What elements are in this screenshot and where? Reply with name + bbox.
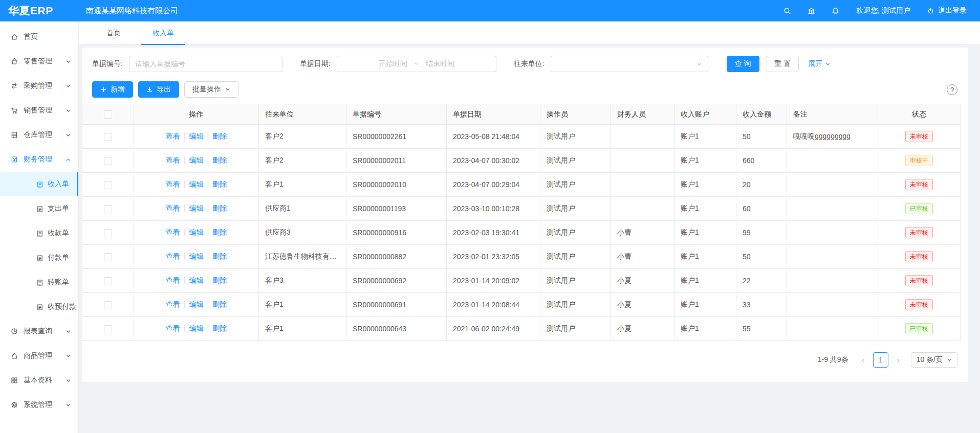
delete-link[interactable]: 删除 — [212, 324, 227, 332]
logout-button[interactable]: 退出登录 — [927, 6, 967, 15]
finance-staff-cell — [611, 125, 674, 149]
row-checkbox[interactable] — [104, 301, 112, 309]
sidebar-item-仓库管理[interactable]: 仓库管理 — [0, 123, 78, 147]
row-checkbox[interactable] — [104, 181, 112, 189]
bell-icon[interactable] — [831, 7, 840, 15]
add-button[interactable]: 新增 — [92, 81, 133, 98]
edit-link[interactable]: 编辑 — [189, 276, 204, 284]
sidebar-item-零售管理[interactable]: 零售管理 — [0, 49, 78, 74]
column-header-收入账户: 收入账户 — [674, 104, 736, 125]
remark-cell — [787, 293, 878, 317]
sidebar-item-转账单[interactable]: 转账单 — [0, 270, 78, 294]
status-badge: 未审核 — [905, 299, 933, 310]
expand-link[interactable]: 展开 — [808, 59, 831, 69]
view-link[interactable]: 查看 — [166, 252, 180, 260]
sidebar-item-系统管理[interactable]: 系统管理 — [0, 393, 78, 417]
export-button[interactable]: 导出 — [138, 81, 179, 98]
row-checkbox[interactable] — [104, 277, 112, 285]
row-checkbox[interactable] — [104, 205, 112, 213]
account-cell: 账户1 — [674, 149, 736, 173]
help-icon[interactable]: ? — [947, 84, 957, 95]
next-page-icon[interactable]: › — [890, 352, 906, 368]
sidebar-item-label: 财务管理 — [24, 155, 66, 164]
delete-link[interactable]: 删除 — [212, 252, 227, 260]
view-link[interactable]: 查看 — [166, 276, 180, 284]
row-checkbox[interactable] — [104, 253, 112, 261]
batch-actions-button[interactable]: 批量操作 — [184, 81, 238, 98]
delete-link[interactable]: 删除 — [212, 156, 227, 164]
bill-no-input[interactable] — [129, 56, 282, 72]
sidebar-item-财务管理[interactable]: 财务管理 — [0, 147, 78, 172]
operation-cell: 查看|编辑|删除 — [134, 293, 259, 317]
reset-button[interactable]: 重 置 — [767, 56, 799, 72]
bank-icon[interactable] — [807, 7, 816, 15]
sidebar-item-收预付款[interactable]: 收预付款 — [0, 294, 78, 319]
remark-cell — [787, 221, 878, 245]
delete-link[interactable]: 删除 — [212, 228, 227, 236]
main-content: 首页收入单 单据编号: 单据日期: 开始时间 ~ 结束时间 往来单位: 查 询 … — [79, 21, 980, 433]
organ-select[interactable] — [551, 56, 708, 72]
tab-首页[interactable]: 首页 — [100, 21, 127, 45]
chevron-down-icon — [943, 357, 952, 362]
sidebar-item-商品管理[interactable]: 商品管理 — [0, 344, 78, 368]
status-cell: 未审核 — [878, 125, 961, 149]
search-button[interactable]: 查 询 — [727, 56, 759, 72]
sidebar-item-销售管理[interactable]: 销售管理 — [0, 98, 78, 123]
bill-no-cell: SR00000001193 — [346, 197, 447, 221]
edit-link[interactable]: 编辑 — [189, 252, 204, 260]
sidebar-item-采购管理[interactable]: 采购管理 — [0, 74, 78, 98]
finance-staff-cell — [611, 149, 674, 173]
chevron-down-icon — [66, 402, 71, 408]
view-link[interactable]: 查看 — [166, 300, 180, 308]
edit-link[interactable]: 编辑 — [189, 324, 204, 332]
sidebar-item-支出单[interactable]: 支出单 — [0, 196, 78, 221]
status-cell: 已审核 — [878, 197, 961, 221]
view-link[interactable]: 查看 — [166, 180, 180, 188]
view-link[interactable]: 查看 — [166, 156, 180, 164]
view-link[interactable]: 查看 — [166, 132, 180, 140]
view-link[interactable]: 查看 — [166, 324, 180, 332]
page-number-button[interactable]: 1 — [873, 352, 888, 368]
finance-staff-cell: 小夏 — [611, 269, 674, 293]
delete-link[interactable]: 删除 — [212, 300, 227, 308]
search-icon[interactable] — [783, 7, 792, 15]
sidebar-item-付款单[interactable]: 付款单 — [0, 245, 78, 270]
date-range-input[interactable]: 开始时间 ~ 结束时间 — [337, 56, 496, 72]
sidebar-item-label: 收预付款 — [48, 302, 76, 311]
delete-link[interactable]: 删除 — [212, 180, 227, 188]
edit-link[interactable]: 编辑 — [189, 204, 204, 212]
delete-link[interactable]: 删除 — [212, 276, 227, 284]
export-label: 导出 — [157, 85, 171, 94]
prev-page-icon[interactable]: ‹ — [856, 352, 871, 368]
edit-link[interactable]: 编辑 — [189, 300, 204, 308]
select-all-checkbox[interactable] — [104, 110, 112, 119]
organ-cell: 客户1 — [259, 293, 346, 317]
table-row: 查看|编辑|删除供应商3SR000000009162023-02-03 19:3… — [82, 221, 961, 245]
sidebar-item-首页[interactable]: 首页 — [0, 25, 78, 49]
edit-link[interactable]: 编辑 — [189, 132, 204, 140]
page-size-select[interactable]: 10 条/页 — [911, 352, 957, 368]
sidebar-item-报表查询[interactable]: 报表查询 — [0, 319, 78, 344]
page-size-label: 10 条/页 — [917, 355, 943, 364]
edit-link[interactable]: 编辑 — [189, 228, 204, 236]
amount-cell: 20 — [736, 173, 787, 197]
sidebar-item-收入单[interactable]: 收入单 — [0, 172, 78, 196]
tab-收入单[interactable]: 收入单 — [141, 21, 185, 45]
edit-link[interactable]: 编辑 — [189, 180, 204, 188]
row-checkbox[interactable] — [104, 157, 112, 165]
delete-link[interactable]: 删除 — [212, 132, 227, 140]
view-link[interactable]: 查看 — [166, 228, 180, 236]
delete-link[interactable]: 删除 — [212, 204, 227, 212]
row-checkbox[interactable] — [104, 133, 112, 141]
row-checkbox[interactable] — [104, 229, 112, 237]
sidebar-item-收款单[interactable]: 收款单 — [0, 221, 78, 245]
row-checkbox[interactable] — [104, 325, 112, 333]
bill-date-cell: 2023-03-10 00:10:28 — [447, 197, 540, 221]
add-label: 新增 — [111, 85, 125, 94]
edit-link[interactable]: 编辑 — [189, 156, 204, 164]
column-header-收入金额: 收入金额 — [736, 104, 787, 125]
sidebar-item-基本资料[interactable]: 基本资料 — [0, 368, 78, 393]
view-link[interactable]: 查看 — [166, 204, 180, 212]
expand-label: 展开 — [808, 59, 822, 69]
tabs-bar: 首页收入单 — [79, 21, 980, 45]
